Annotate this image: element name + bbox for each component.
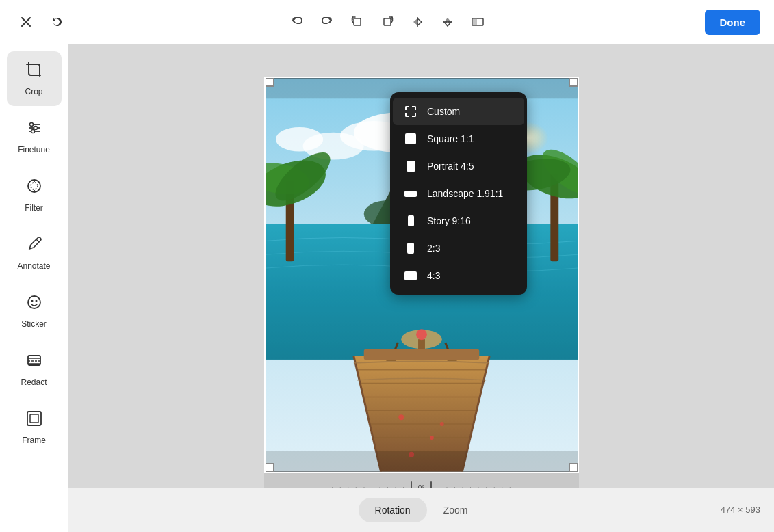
- svg-point-7: [29, 123, 33, 127]
- sidebar-item-filter[interactable]: Filter: [7, 168, 62, 222]
- sidebar-item-redact-label: Redact: [21, 377, 47, 387]
- sidebar-item-redact[interactable]: Redact: [7, 342, 62, 397]
- dropdown-item-story-9-16[interactable]: Story 9:16: [393, 207, 524, 235]
- redo-button[interactable]: [314, 9, 340, 35]
- crop-icon: [25, 61, 43, 83]
- svg-point-59: [398, 414, 404, 420]
- dropdown-item-square-label: Square 1:1: [427, 133, 474, 144]
- dropdown-item-2-3[interactable]: 2:3: [393, 235, 524, 262]
- filter-icon: [25, 177, 43, 199]
- square-1-1-icon: [404, 132, 417, 146]
- top-bar-left: [14, 10, 70, 34]
- sidebar-item-frame[interactable]: Frame: [7, 400, 62, 455]
- sidebar-item-annotate[interactable]: Annotate: [7, 226, 62, 280]
- sidebar-item-annotate-label: Annotate: [17, 261, 50, 271]
- ratio-4-3-icon: [404, 269, 417, 282]
- aspect-ratio-dropdown: Custom Square 1:1 Portrait 4:5 Landscape…: [390, 92, 527, 295]
- dropdown-item-portrait-4-5[interactable]: Portrait 4:5: [393, 152, 524, 180]
- svg-rect-0: [354, 18, 361, 25]
- done-button[interactable]: Done: [705, 10, 761, 35]
- svg-point-58: [416, 329, 427, 340]
- dropdown-item-landscape-label: Landscape 1.91:1: [427, 188, 503, 199]
- svg-point-15: [31, 300, 33, 302]
- svg-point-11: [31, 183, 38, 189]
- dropdown-item-square-1-1[interactable]: Square 1:1: [393, 125, 524, 152]
- dropdown-item-4-3-label: 4:3: [427, 270, 440, 281]
- svg-point-16: [35, 300, 37, 302]
- sidebar-item-finetune[interactable]: Finetune: [7, 109, 62, 164]
- sticker-icon: [25, 293, 43, 315]
- undo-button[interactable]: [284, 9, 310, 35]
- sidebar-item-sticker-label: Sticker: [21, 319, 47, 329]
- custom-aspect-icon: [404, 105, 417, 118]
- ratio-2-3-icon: [404, 241, 417, 255]
- bottom-bar: Rotation Zoom 474 × 593: [68, 488, 774, 532]
- svg-rect-21: [27, 412, 41, 425]
- flip-vertical-button[interactable]: [435, 9, 461, 35]
- rotate-right-button[interactable]: [374, 9, 400, 35]
- svg-rect-63: [363, 349, 479, 360]
- story-9-16-icon: [404, 214, 417, 228]
- reset-button[interactable]: [45, 10, 70, 34]
- crop-handle-tl[interactable]: [265, 77, 274, 87]
- center-toolbar: [284, 9, 491, 35]
- sidebar-item-frame-label: Frame: [22, 436, 46, 445]
- dropdown-item-4-3[interactable]: 4:3: [393, 262, 524, 289]
- svg-point-60: [429, 435, 433, 439]
- sidebar-item-crop[interactable]: Crop: [7, 51, 62, 106]
- rotate-left-button[interactable]: [344, 9, 370, 35]
- landscape-1-91-icon: [404, 187, 417, 200]
- dropdown-item-2-3-label: 2:3: [427, 243, 440, 254]
- svg-rect-3: [472, 18, 477, 25]
- crop-handle-br[interactable]: [569, 463, 578, 473]
- close-button[interactable]: [14, 10, 38, 34]
- flip-horizontal-button[interactable]: [404, 9, 430, 35]
- sidebar-item-sticker[interactable]: Sticker: [7, 284, 62, 338]
- annotate-icon: [25, 235, 43, 257]
- zoom-tab[interactable]: Zoom: [427, 498, 485, 522]
- dropdown-item-portrait-label: Portrait 4:5: [427, 161, 474, 172]
- aspect-ratio-button[interactable]: [465, 9, 491, 35]
- dropdown-item-custom-label: Custom: [427, 106, 460, 117]
- rotation-tab[interactable]: Rotation: [359, 498, 427, 522]
- portrait-4-5-icon: [404, 159, 417, 173]
- dropdown-item-story-label: Story 9:16: [427, 215, 471, 226]
- sidebar: Crop Finetune Filter: [0, 44, 68, 532]
- dropdown-item-custom[interactable]: Custom: [393, 98, 524, 125]
- svg-point-31: [275, 127, 322, 151]
- svg-point-8: [34, 127, 37, 130]
- svg-point-62: [439, 422, 443, 426]
- svg-point-9: [31, 130, 34, 133]
- sidebar-item-finetune-label: Finetune: [18, 145, 50, 155]
- crop-handle-tr[interactable]: [569, 77, 578, 87]
- redact-icon: [25, 351, 43, 373]
- finetune-icon: [25, 119, 43, 141]
- svg-rect-65: [266, 451, 578, 471]
- crop-handle-bl[interactable]: [265, 463, 274, 473]
- dimensions-label: 474 × 593: [721, 505, 760, 515]
- svg-rect-1: [384, 18, 391, 25]
- sidebar-item-filter-label: Filter: [25, 203, 43, 213]
- frame-icon: [25, 410, 43, 431]
- dropdown-item-landscape-1-91[interactable]: Landscape 1.91:1: [393, 180, 524, 207]
- svg-point-14: [28, 296, 40, 308]
- top-bar: Done: [0, 0, 774, 44]
- sidebar-item-crop-label: Crop: [25, 87, 42, 96]
- svg-rect-22: [30, 414, 38, 423]
- main-area: · · · · · · · · · · 0° · · · · · · · ·: [68, 44, 774, 532]
